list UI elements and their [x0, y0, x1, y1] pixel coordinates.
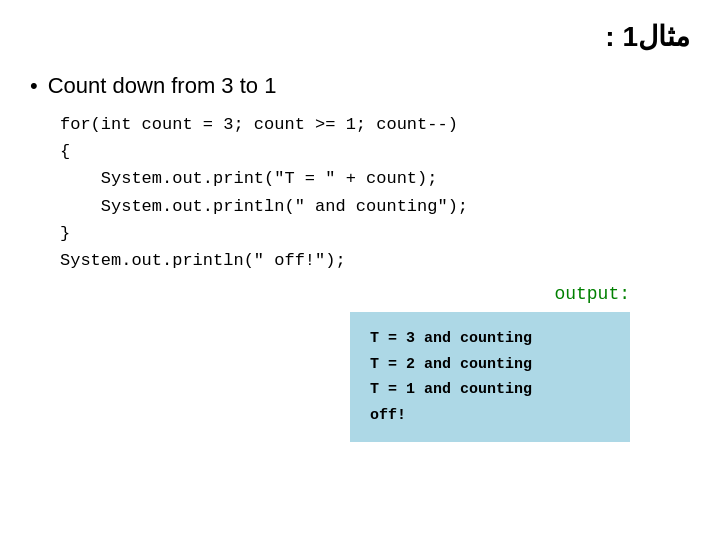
- output-box: T = 3 and counting T = 2 and counting T …: [350, 312, 630, 442]
- code-line-5: }: [60, 220, 690, 247]
- code-line-4: System.out.println(" and counting");: [60, 193, 690, 220]
- page-title: ﻣﺜﺎﻝ1 :: [30, 20, 690, 53]
- output-label: output:: [30, 284, 630, 304]
- code-line-1: for(int count = 3; count >= 1; count--): [60, 111, 690, 138]
- code-line-2: {: [60, 138, 690, 165]
- code-line-3: System.out.print("T = " + count);: [60, 165, 690, 192]
- page-container: ﻣﺜﺎﻝ1 : • Count down from 3 to 1 for(int…: [0, 0, 720, 540]
- bullet-dot: •: [30, 73, 38, 99]
- output-line-3: T = 1 and counting: [370, 377, 610, 403]
- bullet-text: Count down from 3 to 1: [48, 73, 277, 99]
- code-line-6: System.out.println(" off!");: [60, 247, 690, 274]
- output-line-1: T = 3 and counting: [370, 326, 610, 352]
- code-block: for(int count = 3; count >= 1; count--) …: [60, 111, 690, 274]
- output-line-2: T = 2 and counting: [370, 352, 610, 378]
- output-line-4: off!: [370, 403, 610, 429]
- bullet-point: • Count down from 3 to 1: [30, 73, 690, 99]
